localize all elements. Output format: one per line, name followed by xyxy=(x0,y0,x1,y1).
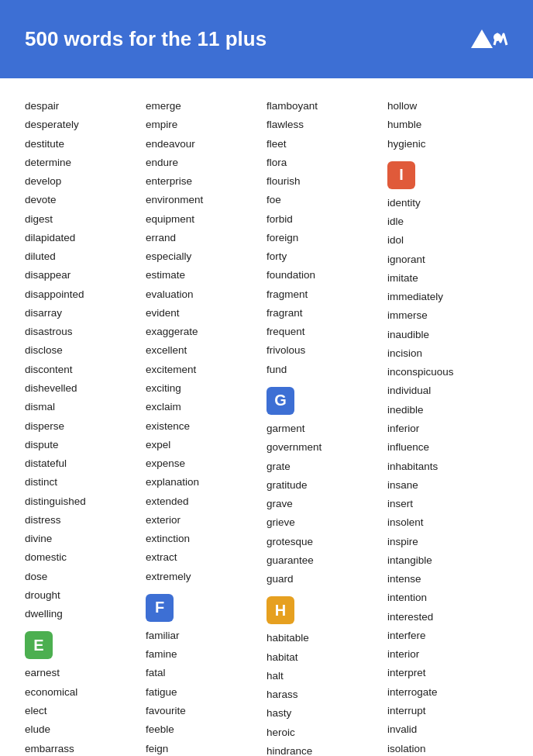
word: grave xyxy=(266,495,387,513)
word: habitat xyxy=(266,648,387,667)
word: grate xyxy=(266,457,387,476)
word: insane xyxy=(387,476,508,495)
word: feign xyxy=(146,740,266,757)
word: economical xyxy=(25,683,146,702)
word: fragrant xyxy=(266,304,387,323)
word: distinct xyxy=(25,473,146,492)
word: extended xyxy=(146,492,266,511)
col-f: flamboyant flawless fleet flora flourish… xyxy=(266,97,387,756)
word: interrogate xyxy=(387,683,508,702)
word: excellent xyxy=(146,341,266,360)
word: insert xyxy=(387,495,508,513)
word: interfere xyxy=(387,627,508,645)
word: earnest xyxy=(25,664,146,682)
word: heroic xyxy=(266,723,387,742)
word: explanation xyxy=(146,473,266,492)
word: destitute xyxy=(25,135,146,154)
word: frequent xyxy=(266,323,387,341)
page-title: 500 words for the 11 plus xyxy=(25,27,266,51)
word: humble xyxy=(387,116,508,134)
badge-i-row: I xyxy=(387,154,508,194)
letter-badge-g: G xyxy=(266,387,294,415)
word: dismal xyxy=(25,398,146,416)
word: expel xyxy=(146,436,266,454)
svg-marker-0 xyxy=(471,29,493,48)
word: feeble xyxy=(146,720,266,739)
word: extremely xyxy=(146,568,266,586)
word: interpret xyxy=(387,664,508,682)
badge-h-row: H xyxy=(266,589,387,629)
word: dishevelled xyxy=(25,379,146,398)
word: inedible xyxy=(387,401,508,419)
word: habitable xyxy=(266,629,387,647)
badge-g-row: G xyxy=(266,379,387,419)
word: devote xyxy=(25,191,146,209)
word: domestic xyxy=(25,548,146,567)
word: disclose xyxy=(25,341,146,360)
col-e: emerge empire endeavour endure enterpris… xyxy=(146,97,266,756)
word: guard xyxy=(266,570,387,589)
word: disarray xyxy=(25,304,146,323)
letter-badge-h: H xyxy=(266,596,294,624)
col-h: hollow humble hygienic I identity idle i… xyxy=(387,97,508,756)
word: empire xyxy=(146,116,266,134)
word: inconspicuous xyxy=(387,363,508,381)
word: elude xyxy=(25,720,146,739)
word: expense xyxy=(146,454,266,473)
word: errand xyxy=(146,229,266,247)
word: idle xyxy=(387,212,508,231)
word: fragment xyxy=(266,285,387,304)
word: isolation xyxy=(387,740,508,757)
word: interior xyxy=(387,645,508,664)
word: immerse xyxy=(387,306,508,325)
word: intense xyxy=(387,570,508,589)
word: influence xyxy=(387,438,508,457)
word: divine xyxy=(25,530,146,548)
word: halt xyxy=(266,667,387,685)
word: harass xyxy=(266,685,387,704)
word: famine xyxy=(146,645,266,664)
word: fatigue xyxy=(146,683,266,702)
word: endeavour xyxy=(146,135,266,154)
badge-e-row: E xyxy=(25,623,146,664)
word: enterprise xyxy=(146,172,266,191)
word: dose xyxy=(25,568,146,586)
word: government xyxy=(266,438,387,457)
word: especially xyxy=(146,247,266,266)
word: forty xyxy=(266,247,387,266)
word: disappointed xyxy=(25,285,146,304)
word: flamboyant xyxy=(266,97,387,116)
word: disperse xyxy=(25,417,146,436)
word: frivolous xyxy=(266,341,387,360)
word: interrupt xyxy=(387,702,508,720)
word: forbid xyxy=(266,210,387,229)
word: foe xyxy=(266,191,387,209)
word: drought xyxy=(25,586,146,605)
word: identity xyxy=(387,194,508,212)
word: inferior xyxy=(387,419,508,438)
word: hygienic xyxy=(387,135,508,154)
word: individual xyxy=(387,381,508,400)
word: interested xyxy=(387,608,508,627)
word: idol xyxy=(387,231,508,250)
col-d: despair desperately destitute determine … xyxy=(25,97,146,756)
word: diluted xyxy=(25,247,146,266)
content: despair desperately destitute determine … xyxy=(0,78,533,756)
word: exclaim xyxy=(146,398,266,416)
word: environment xyxy=(146,191,266,209)
word: despair xyxy=(25,97,146,116)
word: intangible xyxy=(387,551,508,570)
word: favourite xyxy=(146,702,266,720)
word: emerge xyxy=(146,97,266,116)
word: distinguished xyxy=(25,492,146,511)
word: hindrance xyxy=(266,742,387,756)
word: distateful xyxy=(25,454,146,473)
word: invalid xyxy=(387,720,508,739)
word: grotesque xyxy=(266,533,387,551)
word: flora xyxy=(266,154,387,172)
word: exterior xyxy=(146,511,266,530)
word: determine xyxy=(25,154,146,172)
word: fleet xyxy=(266,135,387,154)
word: disastrous xyxy=(25,323,146,341)
word: grieve xyxy=(266,513,387,532)
